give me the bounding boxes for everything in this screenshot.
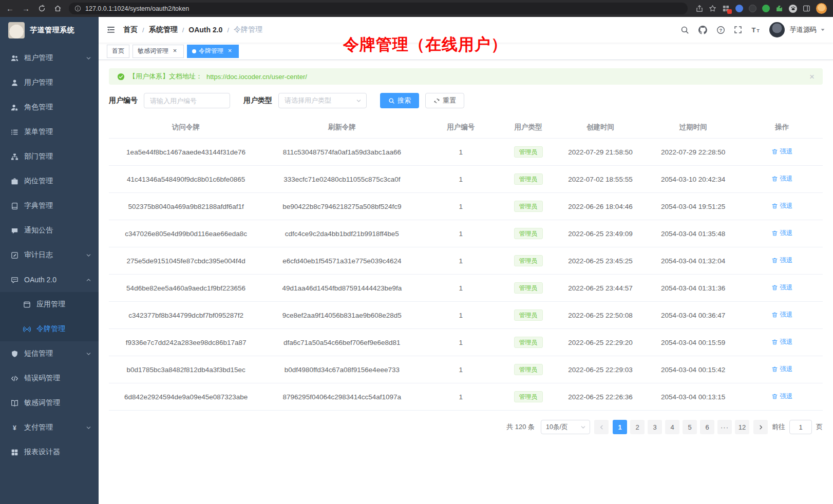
create-time-cell: 2022-07-29 21:58:50: [556, 139, 645, 166]
bookmark-star-icon[interactable]: [709, 5, 716, 12]
chevron-up-icon: [86, 277, 91, 283]
page-button-4[interactable]: 4: [665, 420, 679, 434]
sidebar-item-dict[interactable]: 字典管理: [0, 193, 99, 218]
close-icon[interactable]: ×: [226, 47, 234, 55]
page-button-12[interactable]: 12: [735, 420, 749, 434]
force-logout-button[interactable]: 强退: [771, 256, 792, 265]
column-header: 用户类型: [501, 117, 556, 139]
force-logout-button[interactable]: 强退: [771, 365, 792, 374]
table-row: 54d6be82ee5a460a9aedc1f9bf22365649d1aa46…: [109, 275, 823, 302]
sidebar-item-app[interactable]: 应用管理: [0, 292, 99, 317]
expire-time-cell: 2054-03-04 01:31:36: [645, 275, 742, 302]
sidebar-item-oauth2[interactable]: OAuth 2.0: [0, 267, 99, 292]
github-icon[interactable]: [698, 25, 708, 35]
table-row: 275e5de9151045fe87cbdc395e004f4de6cfd40e…: [109, 247, 823, 275]
page-button-2[interactable]: 2: [630, 420, 645, 434]
view-tab[interactable]: 首页: [107, 45, 129, 58]
address-bar[interactable]: 127.0.0.1:1024/system/oauth2/token: [69, 3, 688, 14]
sidebar-item-audit-log[interactable]: 审计日志: [0, 243, 99, 267]
next-page-button[interactable]: [753, 420, 768, 434]
goto-label: 前往: [772, 422, 785, 432]
extension-icon-dark[interactable]: [749, 5, 756, 12]
sidebar-item-tenant[interactable]: 租户管理: [0, 46, 99, 70]
prev-page-button[interactable]: [594, 420, 609, 434]
browser-forward-button[interactable]: →: [22, 5, 30, 12]
caret-down-icon[interactable]: [820, 27, 825, 32]
split-view-icon[interactable]: [803, 5, 810, 12]
force-logout-button[interactable]: 强退: [771, 175, 792, 183]
site-info-icon[interactable]: [74, 5, 81, 12]
sidebar-item-sms[interactable]: 短信管理: [0, 341, 99, 366]
fullscreen-icon[interactable]: [734, 26, 742, 34]
hamburger-icon[interactable]: [106, 25, 116, 34]
help-icon[interactable]: ?: [716, 26, 725, 34]
page-button-3[interactable]: 3: [648, 420, 662, 434]
sidebar-item-sensitive-word[interactable]: 敏感词管理: [0, 391, 99, 415]
view-tab[interactable]: 敏感词管理×: [132, 45, 184, 58]
extensions-puzzle-icon[interactable]: [775, 5, 783, 12]
page-button-5[interactable]: 5: [683, 420, 697, 434]
force-logout-button[interactable]: 强退: [771, 147, 792, 156]
total-count: 共 120 条: [506, 422, 535, 432]
close-icon[interactable]: ×: [171, 47, 179, 55]
user-name[interactable]: 芋道源码: [790, 25, 817, 34]
browser-profile-avatar[interactable]: [816, 3, 827, 14]
trash-icon: [771, 339, 778, 345]
share-icon[interactable]: [696, 5, 703, 12]
page-button-6[interactable]: 6: [700, 420, 714, 434]
alert-close-icon[interactable]: ×: [809, 72, 815, 81]
column-header: 操作: [741, 117, 823, 139]
force-logout-button[interactable]: 强退: [771, 283, 792, 292]
doc-link[interactable]: https://doc.iocoder.cn/user-center/: [206, 73, 307, 81]
extension-icon[interactable]: [722, 5, 730, 12]
sidebar-item-error-code[interactable]: 错误码管理: [0, 366, 99, 391]
breadcrumb-item[interactable]: 系统管理: [149, 25, 178, 34]
force-logout-button[interactable]: 强退: [771, 311, 792, 319]
page-button-1[interactable]: 1: [613, 420, 627, 434]
extension-icon-green[interactable]: [762, 5, 770, 12]
sidebar-item-pay[interactable]: ¥支付管理: [0, 415, 99, 440]
force-logout-button[interactable]: 强退: [771, 392, 792, 401]
browser-home-button[interactable]: [54, 5, 62, 12]
breadcrumb-item[interactable]: 首页: [123, 25, 138, 34]
svg-text:T: T: [757, 28, 760, 33]
search-icon[interactable]: [680, 26, 689, 34]
user-avatar[interactable]: [769, 22, 785, 37]
goto-page-input[interactable]: [789, 420, 812, 434]
page-size-value: 10条/页: [546, 423, 567, 432]
sidebar-item-menu[interactable]: 菜单管理: [0, 120, 99, 144]
user-id-input[interactable]: [144, 93, 230, 108]
reset-button[interactable]: 重置: [425, 93, 464, 108]
table-body: 1ea5e44f8bc1467aaede43144f31de76811c5304…: [109, 139, 823, 411]
sidebar-item-notice[interactable]: 通知公告: [0, 218, 99, 243]
force-logout-button[interactable]: 强退: [771, 229, 792, 238]
user-id-cell: 1: [421, 139, 501, 166]
paw-extension-icon[interactable]: [789, 5, 797, 13]
page-size-select[interactable]: 10条/页: [541, 420, 590, 434]
view-tab[interactable]: 令牌管理×: [187, 45, 239, 58]
browser-reload-button[interactable]: [38, 5, 46, 12]
app-logo[interactable]: 芋道管理系统: [0, 17, 99, 44]
sidebar-item-label: 短信管理: [24, 349, 53, 358]
search-button[interactable]: 搜索: [380, 93, 419, 108]
sidebar-item-role[interactable]: 角色管理: [0, 95, 99, 120]
force-logout-button[interactable]: 强退: [771, 338, 792, 346]
top-navbar: 首页/系统管理/OAuth 2.0/令牌管理 ? TT 芋道源码: [99, 17, 833, 43]
trash-icon: [771, 393, 778, 400]
tab-label: 首页: [112, 47, 124, 55]
tags-view: 首页敏感词管理×令牌管理×: [99, 43, 833, 60]
breadcrumb-item[interactable]: OAuth 2.0: [188, 26, 222, 34]
user-type-select[interactable]: 请选择用户类型: [278, 93, 367, 108]
sidebar-item-token[interactable]: 令牌管理: [0, 317, 99, 341]
sidebar-item-user[interactable]: 用户管理: [0, 70, 99, 95]
font-size-icon[interactable]: TT: [751, 26, 761, 34]
browser-back-button[interactable]: ←: [6, 5, 14, 12]
sidebar-item-dept[interactable]: 部门管理: [0, 144, 99, 169]
expire-time-cell: 2054-03-04 00:36:47: [645, 302, 742, 329]
sidebar-item-post[interactable]: 岗位管理: [0, 169, 99, 193]
extension-icon-blue[interactable]: [735, 5, 743, 12]
sidebar-item-label: 菜单管理: [24, 127, 53, 137]
more-pages-button[interactable]: ···: [717, 420, 732, 434]
sidebar-item-report[interactable]: 报表设计器: [0, 440, 99, 464]
force-logout-button[interactable]: 强退: [771, 202, 792, 210]
